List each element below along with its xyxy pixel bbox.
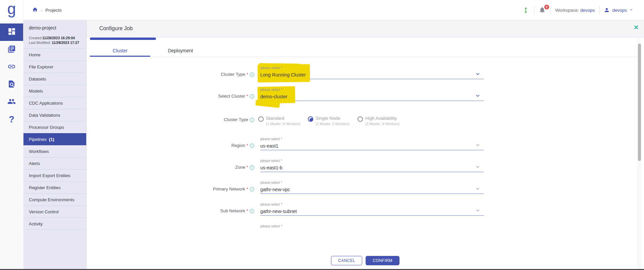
- app-icon-rail: g ?: [0, 0, 23, 270]
- field-placeholder: please select *: [260, 225, 484, 228]
- radio-texts: High Availability(3 Master, N Workers): [365, 115, 400, 138]
- select-field-primary-network[interactable]: please select *gathr-new-vpc: [260, 181, 484, 203]
- field-placeholder: please select *: [260, 88, 484, 92]
- sidebar-item-datasets[interactable]: Datasets: [23, 73, 86, 85]
- select-field-cluster-type[interactable]: please select *Long Running Cluster: [260, 66, 484, 88]
- panel-header: Configure Job ✕: [87, 20, 644, 38]
- breadcrumb-separator: ›: [41, 8, 42, 13]
- field-value: us-east1-b: [260, 165, 484, 171]
- select-field-select-cluster[interactable]: please select *demo-cluster: [260, 88, 484, 110]
- brand-logo[interactable]: g: [0, 0, 23, 20]
- cancel-button[interactable]: CANCEL: [331, 256, 362, 265]
- select-field-trailing[interactable]: please select *: [260, 225, 484, 232]
- chevron-down-icon[interactable]: [475, 185, 481, 193]
- scale-resize-icon[interactable]: [522, 6, 530, 14]
- field-label: Select Cluster*i: [87, 88, 254, 110]
- rail-item-help[interactable]: ?: [0, 111, 23, 128]
- info-icon: i: [250, 72, 254, 77]
- breadcrumb-page[interactable]: Projects: [45, 8, 62, 13]
- field-row-select-cluster: Select Cluster*iplease select *demo-clus…: [87, 88, 644, 110]
- sidebar-item-data-validations[interactable]: Data Validations: [23, 109, 86, 121]
- sidebar-item-label: Import Export Entities: [29, 173, 70, 178]
- scrollbar-thumb[interactable]: [638, 44, 641, 161]
- header-divider: [534, 6, 534, 14]
- workspace-selector[interactable]: Workspace:devops: [555, 8, 595, 13]
- radio-title: Single Node: [316, 115, 350, 121]
- project-name: demo-project: [23, 20, 86, 31]
- close-icon[interactable]: ✕: [634, 24, 639, 31]
- info-icon: i: [250, 144, 254, 148]
- select-field-region[interactable]: please select *us-east1: [260, 138, 484, 159]
- rail-item-dashboard[interactable]: [0, 23, 23, 41]
- required-asterisk: *: [247, 94, 248, 99]
- rail-item-connections[interactable]: [0, 58, 23, 76]
- chevron-down-icon[interactable]: [475, 142, 481, 150]
- tab-deployment[interactable]: Deployment: [150, 44, 211, 57]
- sidebar-item-import-export-entities[interactable]: Import Export Entities: [23, 169, 86, 181]
- field-placeholder: please select *: [260, 159, 484, 163]
- select-field-sub-network[interactable]: please select *gathr-new-subnet: [260, 203, 484, 225]
- user-menu[interactable]: devops: [604, 7, 633, 13]
- field-label-text: Cluster Type: [224, 117, 248, 122]
- confirm-button[interactable]: CONFIRM: [366, 256, 399, 265]
- sidebar-item-cdc-applications[interactable]: CDC Applications: [23, 97, 86, 109]
- chevron-down-icon[interactable]: [475, 93, 481, 100]
- info-icon: i: [250, 209, 254, 213]
- radio-title: High Availability: [365, 115, 400, 121]
- project-sidebar: demo-project Created:11/28/2023 16:29:04…: [23, 20, 87, 270]
- sidebar-item-workflows[interactable]: Workflows: [23, 145, 86, 157]
- rail-item-data-explorer[interactable]: [0, 76, 23, 93]
- cluster-form: Cluster Type*iplease select *Long Runnin…: [87, 57, 644, 232]
- sidebar-item-compute-environments[interactable]: Compute Environments: [23, 194, 86, 206]
- sidebar-item-label: Register Entities: [29, 185, 61, 190]
- field-label-text: Select Cluster: [218, 94, 245, 99]
- radio-circle: [308, 116, 313, 122]
- required-asterisk: *: [247, 165, 248, 170]
- top-header: › Projects 0 Workspace:devops devops: [23, 0, 644, 20]
- chevron-down-icon[interactable]: [475, 164, 481, 171]
- sidebar-item-processor-groups[interactable]: Processor Groups: [23, 121, 86, 133]
- sidebar-item-activity[interactable]: Activity: [23, 218, 86, 230]
- sidebar-item-home[interactable]: Home: [23, 49, 86, 61]
- field-row-region: Region*iplease select *us-east1: [87, 138, 644, 159]
- sidebar-item-version-control[interactable]: Version Control: [23, 206, 86, 218]
- field-underline: [260, 172, 484, 172]
- chevron-down-icon[interactable]: [475, 71, 481, 78]
- radio-texts: Single Node(1 Master, 0 Workers): [316, 115, 350, 138]
- sidebar-item-register-entities[interactable]: Register Entities: [23, 181, 86, 194]
- field-label: [87, 225, 254, 232]
- notifications-button[interactable]: 0: [539, 6, 546, 14]
- sidebar-item-label: Alerts: [29, 161, 40, 166]
- info-icon: i: [250, 165, 254, 170]
- info-icon: i: [250, 187, 254, 192]
- radio-option-single-node[interactable]: Single Node(1 Master, 0 Workers): [308, 115, 355, 138]
- radio-option-high-availability[interactable]: High Availability(3 Master, N Workers): [358, 115, 405, 138]
- active-panel-indicator: [90, 38, 156, 40]
- header-divider: [550, 6, 551, 14]
- select-field-zone[interactable]: please select *us-east1-b: [260, 159, 484, 181]
- field-placeholder: please select *: [260, 203, 484, 206]
- field-label: Zone*i: [87, 159, 254, 181]
- radio-subtitle: (1 Master, N Workers): [266, 122, 301, 126]
- radio-option-standard[interactable]: Standard(1 Master, N Workers): [258, 115, 305, 138]
- field-value: Long Running Cluster: [260, 72, 484, 78]
- chevron-down-icon: [629, 8, 633, 13]
- rail-item-library[interactable]: [0, 41, 23, 58]
- sidebar-item-alerts[interactable]: Alerts: [23, 157, 86, 169]
- home-icon[interactable]: [32, 7, 38, 14]
- modified-value: 11/28/2023 17:27: [52, 41, 79, 45]
- field-label-text: Primary Network: [213, 186, 245, 192]
- form-actions: CANCEL CONFIRM: [87, 256, 644, 265]
- tab-cluster[interactable]: Cluster: [90, 44, 150, 57]
- sidebar-item-label: Home: [29, 52, 41, 57]
- sidebar-item-label: Processor Groups: [29, 125, 64, 130]
- chevron-down-icon[interactable]: [475, 207, 481, 215]
- person-icon: [604, 7, 610, 13]
- rail-item-users[interactable]: [0, 93, 23, 111]
- field-row-sub-network: Sub Network*iplease select *gathr-new-su…: [87, 203, 644, 225]
- sidebar-item-pipelines[interactable]: Pipelines(1): [23, 133, 86, 145]
- configure-job-panel: Configure Job ✕ ClusterDeployment Cluste…: [87, 20, 644, 270]
- sidebar-item-file-explorer[interactable]: File Explorer: [23, 61, 86, 73]
- sidebar-item-models[interactable]: Models: [23, 85, 86, 97]
- radio-subtitle: (1 Master, 0 Workers): [316, 122, 350, 126]
